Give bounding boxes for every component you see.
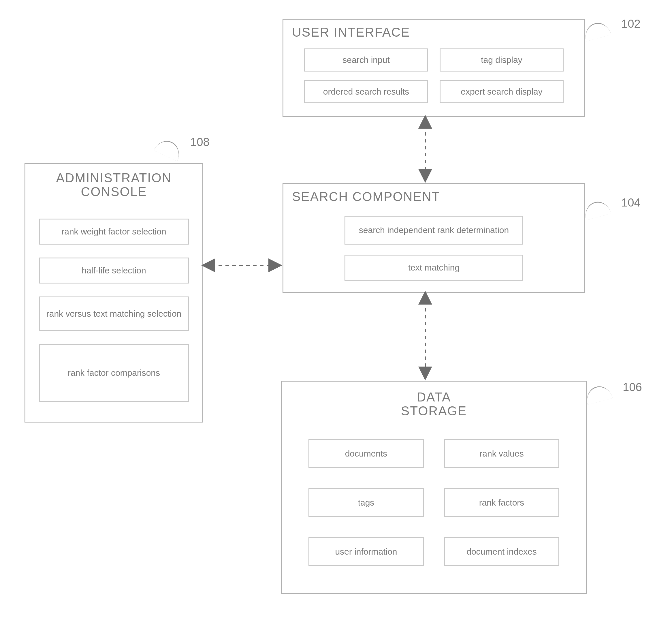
ds-item-rank-values: rank values xyxy=(444,439,559,468)
ui-item-ordered-search-results: ordered search results xyxy=(304,80,428,103)
ui-item-expert-search-display: expert search display xyxy=(440,80,564,103)
ref-108: 108 xyxy=(190,136,210,149)
block-admin-console: ADMINISTRATION CONSOLE rank weight facto… xyxy=(25,163,203,423)
ref-104: 104 xyxy=(621,196,641,209)
ac-item-half-life: half-life selection xyxy=(39,258,189,283)
swoosh-104 xyxy=(582,199,611,220)
swoosh-106 xyxy=(584,383,613,405)
ref-102: 102 xyxy=(621,17,641,30)
ds-item-user-information: user information xyxy=(308,537,424,566)
swoosh-108 xyxy=(154,137,184,161)
ds-item-rank-factors: rank factors xyxy=(444,488,559,517)
sc-item-rank-determination: search independent rank determination xyxy=(344,216,523,245)
diagram-canvas: USER INTERFACE search input tag display … xyxy=(0,0,672,642)
block-data-storage: DATA STORAGE documents rank values tags … xyxy=(281,381,587,594)
ds-item-documents: documents xyxy=(308,439,424,468)
block-title-user-interface: USER INTERFACE xyxy=(284,20,584,42)
ac-item-rank-vs-text: rank versus text matching selection xyxy=(39,296,189,331)
ui-item-tag-display: tag display xyxy=(440,49,564,72)
ds-item-tags: tags xyxy=(308,488,424,517)
ui-item-search-input: search input xyxy=(304,49,428,72)
ds-item-document-indexes: document indexes xyxy=(444,537,559,566)
ref-106: 106 xyxy=(623,381,642,394)
block-search-component: SEARCH COMPONENT search independent rank… xyxy=(282,183,585,293)
block-title-admin-console: ADMINISTRATION CONSOLE xyxy=(25,164,202,202)
swoosh-102 xyxy=(582,20,611,41)
ac-item-rank-factor-comparisons: rank factor comparisons xyxy=(39,344,189,402)
ac-item-rank-weight-factor: rank weight factor selection xyxy=(39,219,189,245)
block-user-interface: USER INTERFACE search input tag display … xyxy=(282,19,585,117)
block-title-data-storage: DATA STORAGE xyxy=(282,382,586,421)
block-title-search-component: SEARCH COMPONENT xyxy=(284,184,584,206)
sc-item-text-matching: text matching xyxy=(344,255,523,281)
